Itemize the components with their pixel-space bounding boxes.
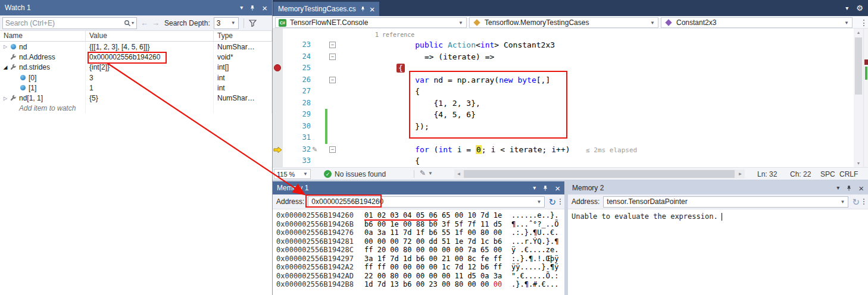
memory-row[interactable]: 0x000002556B1942B81d 7d 13 b6 00 23 00 8…: [276, 280, 561, 289]
address-input[interactable]: 0x000002556B194260 ▼: [308, 196, 545, 208]
member-dropdown[interactable]: Constant2x3 ▼: [661, 17, 853, 28]
memory-row[interactable]: 0x000002556B19426Bb6 00 1e 00 88 b0 3f 5…: [276, 220, 561, 229]
scrollbar-thumb[interactable]: [464, 170, 735, 178]
memory-row[interactable]: 0x000002556B1942A2ff ff 00 00 00 00 1c 7…: [276, 263, 561, 272]
breakpoint-margin[interactable]: [273, 74, 283, 86]
watch-row[interactable]: [1]1int: [0, 83, 272, 93]
settings-gear-icon[interactable]: ⚙: [856, 4, 863, 12]
close-icon[interactable]: ×: [555, 184, 560, 193]
tab-memorytestingcases[interactable]: MemoryTestingCases.cs ×: [273, 2, 379, 16]
toolbar-overflow-icon[interactable]: [863, 197, 864, 205]
code-editor[interactable]: 1 reference23− public Action<int> Consta…: [273, 29, 854, 167]
tab-list-chevron-icon[interactable]: ▾: [845, 4, 848, 12]
horizontal-scrollbar[interactable]: ◄ ►: [454, 170, 745, 178]
code-line[interactable]: 33 {: [273, 155, 854, 167]
breakpoint-margin[interactable]: [273, 62, 283, 74]
breakpoint-margin[interactable]: [273, 86, 283, 98]
code-line[interactable]: 28 {1, 2, 3},: [273, 98, 854, 109]
breakpoint-margin[interactable]: [273, 121, 283, 133]
search-input[interactable]: Search (Ctrl+E) ▾: [2, 17, 137, 29]
class-dropdown[interactable]: Tensorflow.MemoryTestingCases ▼: [469, 17, 658, 28]
watch-row[interactable]: ▷nd{[[1, 2, 3], [4, 5, 6]]}NumShar…: [0, 42, 272, 52]
close-icon[interactable]: ×: [370, 5, 375, 14]
watch-add-row[interactable]: Add item to watch: [0, 103, 272, 114]
codelens-label[interactable]: 1 reference: [375, 32, 414, 38]
refresh-icon[interactable]: ↻: [548, 197, 556, 206]
expander-collapsed-icon[interactable]: ▷: [2, 96, 9, 101]
code-line[interactable]: 31: [273, 132, 854, 144]
pin-icon[interactable]: [846, 185, 852, 192]
breakpoint-margin[interactable]: [273, 51, 283, 63]
scrollbar-thumb[interactable]: [855, 37, 862, 95]
scroll-up-icon[interactable]: ▲: [854, 29, 863, 36]
pin-icon[interactable]: [360, 6, 366, 12]
breakpoint-margin[interactable]: [273, 98, 283, 109]
expander-collapsed-icon[interactable]: ▷: [2, 44, 9, 49]
navbar-overflow-icon[interactable]: [863, 19, 864, 27]
watch-row[interactable]: ▷nd[1, 1]{5}NumShar…: [0, 93, 272, 103]
close-icon[interactable]: ×: [858, 184, 864, 193]
scroll-left-icon[interactable]: ◄: [454, 170, 463, 178]
breakpoint-margin[interactable]: [273, 39, 283, 51]
column-header-name[interactable]: Name: [0, 31, 86, 41]
code-cleanup-icon[interactable]: ✎▼: [420, 169, 433, 177]
pin-icon[interactable]: [542, 185, 548, 192]
code-line[interactable]: 25 {: [273, 62, 854, 74]
close-icon[interactable]: ×: [262, 4, 267, 12]
line-number: 29: [285, 109, 311, 121]
address-input[interactable]: tensor.TensorDataPointer ▼: [603, 196, 848, 208]
watch-title-bar[interactable]: Watch 1 ▾ ×: [0, 0, 272, 15]
toolbar-overflow-icon[interactable]: [560, 197, 561, 205]
watch-row[interactable]: [0]3int: [0, 73, 272, 83]
column-header-value[interactable]: Value: [86, 31, 214, 41]
breakpoint-margin[interactable]: [273, 109, 283, 121]
code-line[interactable]: 26− var nd = np.array(new byte[,]: [273, 74, 854, 86]
window-position-chevron-icon[interactable]: ▾: [836, 185, 839, 191]
window-position-chevron-icon[interactable]: ▾: [240, 5, 243, 11]
vertical-scrollbar[interactable]: ▲ ▼: [854, 29, 863, 167]
memory-row[interactable]: 0x000002556B1942973a 1f 7d 1d b6 00 21 0…: [276, 255, 561, 263]
memory-row[interactable]: 0x000002556B1942760a 3a 11 7d 1f b6 55 1…: [276, 228, 561, 237]
scroll-right-icon[interactable]: ►: [736, 170, 745, 178]
pin-icon[interactable]: [249, 5, 255, 11]
fold-collapse-icon[interactable]: −: [329, 54, 336, 60]
search-next-icon[interactable]: →: [152, 19, 160, 27]
memory-hex-dump[interactable]: 0x000002556B19426001 02 03 04 05 06 65 0…: [273, 209, 564, 295]
filter-icon[interactable]: [249, 20, 257, 27]
breakpoint-margin[interactable]: [273, 155, 283, 167]
breakpoint-icon[interactable]: [274, 64, 281, 71]
zoom-select[interactable]: 115 % ▼: [274, 169, 311, 179]
breakpoint-margin[interactable]: [273, 132, 283, 144]
fold-collapse-icon[interactable]: −: [329, 42, 336, 48]
watch-row[interactable]: nd.Address0x000002556b194260void*: [0, 52, 272, 62]
memory-row[interactable]: 0x000002556B1942AD22 00 80 00 00 00 00 1…: [276, 272, 561, 281]
memory2-title-bar[interactable]: Memory 2 ▾ ×: [568, 181, 868, 194]
expander-expanded-icon[interactable]: ◢: [2, 64, 9, 70]
code-line[interactable]: 24− => (iterate) =>: [273, 51, 854, 63]
current-value-highlight: 0: [476, 145, 482, 154]
window-position-chevron-icon[interactable]: ▾: [533, 185, 536, 191]
memory-row[interactable]: 0x000002556B19426001 02 03 04 05 06 65 0…: [276, 211, 561, 220]
scroll-down-icon[interactable]: ▼: [854, 159, 863, 167]
project-dropdown[interactable]: C# TensorFlowNET.Console ▼: [275, 17, 467, 28]
memory1-title-bar[interactable]: Memory 1 ▾ ×: [273, 181, 564, 194]
code-line[interactable]: 23− public Action<int> Constant2x3: [273, 39, 854, 51]
code-line[interactable]: 30 });: [273, 121, 854, 133]
watch-row[interactable]: ◢nd.strides{int[2]}int[]: [0, 62, 272, 73]
field-icon: [9, 43, 17, 51]
code-line[interactable]: 29 {4, 5, 6}: [273, 109, 854, 121]
code-line[interactable]: 32✎− for (int i = 0; i < iterate; i++) ≤…: [273, 144, 854, 156]
fold-collapse-icon[interactable]: −: [329, 146, 336, 153]
codelens-text: 1 reference: [341, 30, 854, 39]
search-prev-icon[interactable]: ←: [140, 19, 148, 27]
refresh-icon[interactable]: ↻: [852, 197, 860, 206]
memory-row[interactable]: 0x000002556B19428Cff 20 00 80 00 00 00 0…: [276, 246, 561, 255]
column-header-type[interactable]: Type: [214, 31, 272, 41]
fold-collapse-icon[interactable]: −: [329, 77, 336, 83]
issues-indicator[interactable]: ✓ No issues found: [324, 169, 386, 179]
search-icon[interactable]: ▾: [124, 20, 134, 27]
memory-row[interactable]: 0x000002556B19428100 00 00 72 00 dd 51 1…: [276, 237, 561, 246]
code-line[interactable]: 27 {: [273, 86, 854, 98]
breakpoint-margin[interactable]: [273, 144, 283, 156]
search-depth-select[interactable]: 3 ▼: [214, 17, 239, 29]
